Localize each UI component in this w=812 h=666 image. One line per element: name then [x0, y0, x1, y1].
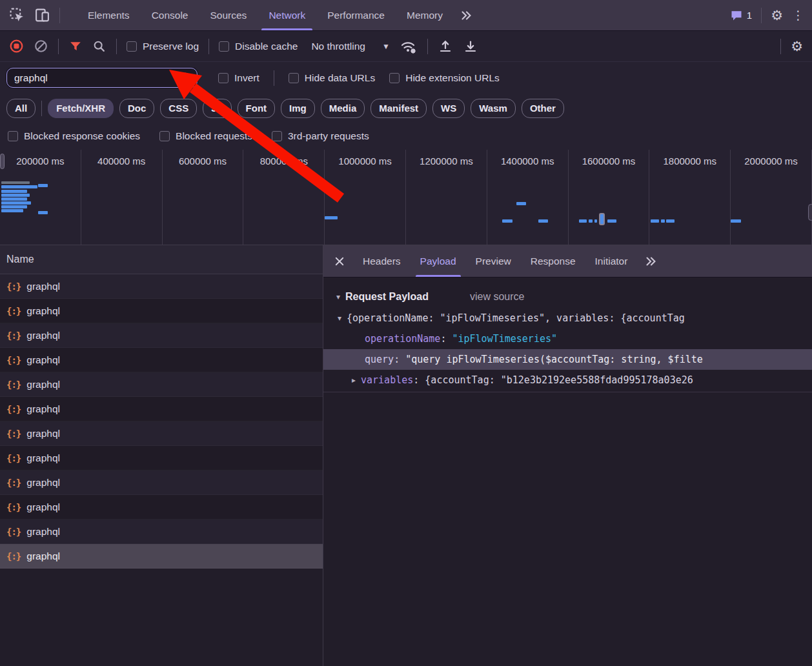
clear-filter-icon[interactable] [179, 72, 192, 85]
operation-name-key: operationName [365, 333, 440, 345]
waterfall-bar [731, 219, 741, 223]
request-row[interactable]: {:}graphql [0, 520, 323, 544]
record-network-log-button[interactable] [9, 39, 24, 54]
chevron-down-icon: ▼ [382, 42, 390, 51]
filter-chip-other[interactable]: Other [522, 99, 564, 118]
network-conditions-icon[interactable] [400, 38, 418, 55]
request-row[interactable]: {:}graphql [0, 397, 323, 421]
search-icon[interactable] [92, 39, 107, 54]
request-name: graphql [26, 330, 60, 341]
timeline-tick-1800000-ms: 1800000 ms [649, 150, 731, 245]
import-har-icon[interactable] [438, 39, 453, 54]
request-type-filter-row: AllFetch/XHRDocCSSJSFontImgMediaManifest… [0, 94, 812, 123]
inspect-element-icon[interactable] [9, 7, 25, 23]
filter-chip-media[interactable]: Media [321, 99, 365, 118]
filter-chip-doc[interactable]: Doc [119, 99, 154, 118]
tab-performance[interactable]: Performance [316, 0, 396, 30]
tab-network[interactable]: Network [258, 0, 316, 30]
timeline-tick-2000000-ms: 2000000 ms [731, 150, 812, 245]
checkbox-box [127, 41, 137, 52]
request-row[interactable]: {:}graphql [0, 495, 323, 520]
hide-data-urls-checkbox[interactable]: Hide data URLs [289, 72, 375, 84]
name-column-header[interactable]: Name [0, 245, 323, 274]
waterfall-bar [594, 219, 597, 223]
disable-cache-checkbox[interactable]: Disable cache [219, 41, 298, 52]
divider [41, 101, 42, 116]
filter-chip-css[interactable]: CSS [160, 99, 197, 118]
export-har-icon[interactable] [463, 39, 478, 54]
request-name: graphql [26, 501, 60, 513]
details-tab-initiator[interactable]: Initiator [585, 245, 638, 277]
timeline-tick-1200000-ms: 1200000 ms [406, 150, 487, 245]
overview-right-handle[interactable] [808, 204, 812, 221]
invert-label: Invert [234, 72, 259, 84]
filter-chip-manifest[interactable]: Manifest [370, 99, 427, 118]
blocked-requests-checkbox[interactable]: Blocked requests [159, 130, 252, 142]
waterfall-bar [1, 205, 27, 208]
divider [274, 70, 274, 86]
network-overview-timeline[interactable]: 200000 ms400000 ms600000 ms800000 ms1000… [0, 150, 812, 245]
tab-elements[interactable]: Elements [77, 0, 141, 30]
device-toolbar-icon[interactable] [34, 7, 50, 23]
filter-chip-fetch-xhr[interactable]: Fetch/XHR [48, 99, 114, 118]
request-row[interactable]: {:}graphql [0, 372, 323, 397]
tab-console[interactable]: Console [141, 0, 199, 30]
request-row[interactable]: {:}graphql [0, 470, 323, 495]
filter-chip-wasm[interactable]: Wasm [471, 99, 516, 118]
throttling-select[interactable]: No throttling ▼ [311, 41, 389, 52]
filter-chip-all[interactable]: All [6, 99, 36, 118]
invert-checkbox[interactable]: Invert [218, 72, 259, 84]
tab-sources[interactable]: Sources [199, 0, 258, 30]
request-options-row: Blocked response cookiesBlocked requests… [0, 123, 812, 150]
blocked-response-cookies-checkbox[interactable]: Blocked response cookies [8, 130, 140, 142]
3rd-party-requests-checkbox[interactable]: 3rd-party requests [272, 130, 369, 142]
filter-chip-img[interactable]: Img [281, 99, 315, 118]
clear-network-log-button[interactable] [34, 39, 48, 54]
filter-chip-js[interactable]: JS [203, 99, 231, 118]
request-row[interactable]: {:}graphql [0, 348, 323, 372]
request-row[interactable]: {:}graphql [0, 274, 323, 299]
hide-extension-urls-checkbox[interactable]: Hide extension URLs [389, 72, 500, 84]
waterfall-bar [38, 184, 48, 187]
network-settings-gear-icon[interactable]: ⚙ [791, 39, 803, 53]
more-tabs-icon[interactable] [454, 0, 478, 30]
collapse-triangle-icon[interactable]: ▾ [336, 292, 345, 301]
expand-triangle-icon[interactable]: ▸ [352, 376, 361, 385]
request-name: graphql [26, 379, 60, 390]
details-tab-response[interactable]: Response [521, 245, 585, 277]
close-details-icon[interactable] [327, 245, 352, 277]
request-row[interactable]: {:}graphql [0, 299, 323, 323]
filter-chip-font[interactable]: Font [238, 99, 275, 118]
overview-left-handle[interactable] [0, 154, 5, 169]
variables-row[interactable]: ▸ variables: {accountTag: "b12e3b2192ee5… [323, 370, 812, 390]
request-name: graphql [26, 550, 60, 562]
more-details-tabs-icon[interactable] [638, 245, 663, 277]
request-row[interactable]: {:}graphql [0, 421, 323, 446]
operation-name-row[interactable]: operationName: "ipFlowTimeseries" [323, 328, 812, 349]
waterfall-bar [1, 201, 31, 205]
preserve-log-checkbox[interactable]: Preserve log [127, 41, 199, 52]
waterfall-bar [502, 219, 513, 223]
query-row-selected[interactable]: query: "query ipFlowTimeseries($accountT… [323, 349, 812, 370]
settings-gear-icon[interactable]: ⚙ [771, 8, 783, 22]
more-options-kebab-icon[interactable]: ⋮ [792, 8, 804, 23]
request-payload-title: Request Payload [345, 291, 429, 303]
issues-button[interactable]: 1 [730, 9, 752, 22]
filter-input-box[interactable] [6, 68, 198, 88]
details-tab-payload[interactable]: Payload [411, 245, 466, 277]
payload-preview-row[interactable]: ▾ {operationName: "ipFlowTimeseries", va… [323, 308, 812, 328]
request-row-selected[interactable]: {:}graphql [0, 544, 323, 569]
divider [59, 8, 60, 23]
request-row[interactable]: {:}graphql [0, 323, 323, 348]
tab-memory[interactable]: Memory [396, 0, 454, 30]
waterfall-bar [1, 190, 27, 193]
checkbox-box [272, 131, 282, 141]
details-tab-headers[interactable]: Headers [353, 245, 411, 277]
expand-triangle-icon[interactable]: ▾ [338, 314, 347, 323]
request-row[interactable]: {:}graphql [0, 446, 323, 470]
details-tab-preview[interactable]: Preview [466, 245, 521, 277]
filter-input[interactable] [14, 72, 179, 84]
filter-chip-ws[interactable]: WS [432, 99, 465, 118]
view-source-link[interactable]: view source [470, 291, 524, 303]
filter-funnel-icon[interactable] [68, 39, 83, 54]
